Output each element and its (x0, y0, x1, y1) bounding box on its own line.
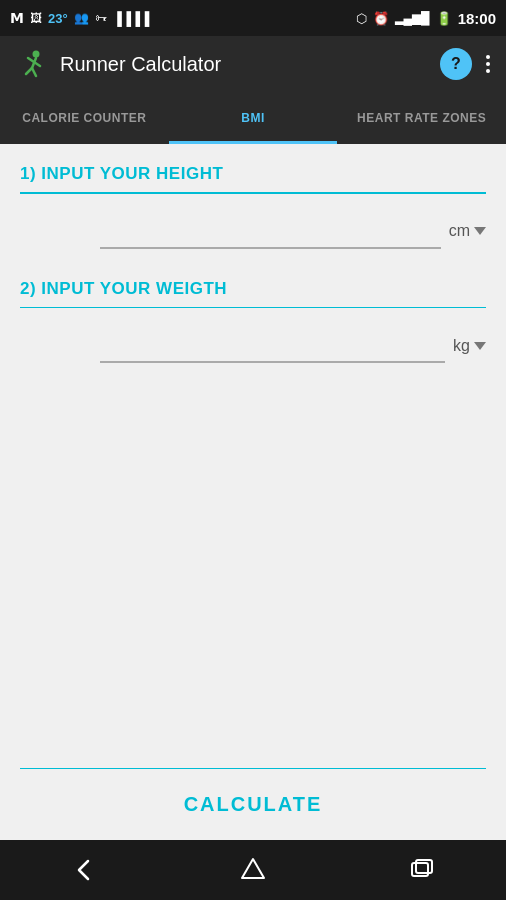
temperature-display: 23° (48, 11, 68, 26)
calculate-button[interactable]: CALCULATE (0, 769, 506, 840)
tab-calorie-label: CALORIE COUNTER (22, 111, 146, 125)
svg-line-3 (34, 62, 40, 66)
user-icon: 👥 (74, 11, 89, 25)
weight-section-title: 2) INPUT YOUR WEIGTH (20, 279, 486, 299)
weight-section: 2) INPUT YOUR WEIGTH (0, 259, 506, 329)
calculate-button-label: CALCULATE (184, 793, 323, 816)
content-spacer (0, 373, 506, 768)
height-input[interactable] (100, 214, 441, 249)
height-input-row: cm (0, 214, 506, 249)
nav-back-button[interactable] (62, 848, 106, 892)
tab-bmi-label: BMI (241, 111, 265, 125)
tab-heart-rate-zones[interactable]: HEART RATE ZONES (337, 92, 506, 144)
status-left: 𝗠 🖼 23° 👥 🗝 ▐▐▐▐ (10, 10, 150, 26)
home-icon (239, 856, 267, 884)
network-icon: 𝗠 (10, 10, 24, 26)
svg-point-0 (33, 51, 40, 58)
alarm-icon: ⏰ (373, 11, 389, 26)
weight-unit-label: kg (453, 337, 470, 355)
toolbar-actions: ? (440, 48, 494, 80)
bottom-nav-bar (0, 840, 506, 900)
time-display: 18:00 (458, 10, 496, 27)
tab-bmi[interactable]: BMI (169, 92, 338, 144)
gallery-icon: 🖼 (30, 11, 42, 25)
status-bar: 𝗠 🖼 23° 👥 🗝 ▐▐▐▐ ⬡ ⏰ ▂▄▆█ 🔋 18:00 (0, 0, 506, 36)
overflow-dot-1 (486, 55, 490, 59)
height-section-title: 1) INPUT YOUR HEIGHT (20, 164, 486, 184)
weight-divider (20, 307, 486, 309)
battery-icon: 🔋 (436, 11, 452, 26)
tab-calorie-counter[interactable]: CALORIE COUNTER (0, 92, 169, 144)
status-right: ⬡ ⏰ ▂▄▆█ 🔋 18:00 (356, 10, 496, 27)
overflow-menu-button[interactable] (482, 51, 494, 77)
weight-input-row: kg (0, 328, 506, 363)
weight-unit-dropdown[interactable] (474, 342, 486, 350)
overflow-dot-2 (486, 62, 490, 66)
bluetooth-icon: ⬡ (356, 11, 367, 26)
key-icon: 🗝 (95, 11, 107, 25)
back-icon (70, 856, 98, 884)
height-unit-label: cm (449, 222, 470, 240)
nav-home-button[interactable] (231, 848, 275, 892)
runner-icon (14, 48, 46, 80)
cellular-icon: ▂▄▆█ (395, 11, 430, 25)
tab-heart-rate-label: HEART RATE ZONES (357, 111, 486, 125)
nav-recents-button[interactable] (400, 848, 444, 892)
svg-marker-6 (242, 859, 264, 878)
help-label: ? (451, 55, 461, 73)
svg-rect-7 (412, 863, 428, 876)
app-title: Runner Calculator (60, 53, 428, 76)
height-unit-dropdown[interactable] (474, 227, 486, 235)
toolbar: Runner Calculator ? (0, 36, 506, 92)
app-icon (12, 46, 48, 82)
help-button[interactable]: ? (440, 48, 472, 80)
signal-icon: ▐▐▐▐ (113, 11, 150, 26)
weight-input[interactable] (100, 328, 445, 363)
svg-line-5 (32, 68, 36, 76)
recents-icon (408, 856, 436, 884)
tab-bar: CALORIE COUNTER BMI HEART RATE ZONES (0, 92, 506, 144)
overflow-dot-3 (486, 69, 490, 73)
svg-rect-8 (416, 860, 432, 873)
height-divider (20, 192, 486, 194)
main-content: 1) INPUT YOUR HEIGHT cm 2) INPUT YOUR WE… (0, 144, 506, 840)
height-section: 1) INPUT YOUR HEIGHT (0, 144, 506, 214)
